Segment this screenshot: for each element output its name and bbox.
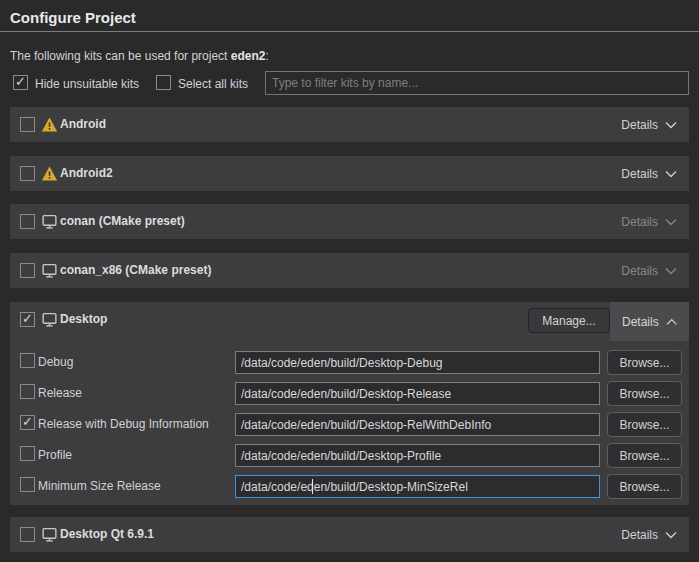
kit-row-conan-x86: conan_x86 (CMake preset) Details	[10, 253, 689, 288]
kit-name: Android	[60, 117, 106, 131]
kit-row-conan: conan (CMake preset) Details	[10, 204, 689, 239]
kit-section-desktop: Desktop Manage... Details Debug Browse..…	[10, 302, 689, 505]
details-label: Details	[621, 215, 658, 229]
select-all-checkbox[interactable]	[156, 75, 171, 90]
browse-button[interactable]: Browse...	[607, 443, 682, 468]
build-config-row-relwithdebinfo: Release with Debug Information Browse...	[10, 413, 689, 438]
build-dir-input[interactable]	[235, 413, 600, 436]
config-checkbox[interactable]	[20, 446, 35, 461]
browse-button[interactable]: Browse...	[607, 350, 682, 375]
details-label: Details	[621, 118, 658, 132]
warning-icon	[41, 165, 58, 182]
config-label: Profile	[38, 448, 72, 462]
details-toggle[interactable]: Details	[609, 517, 689, 552]
browse-button[interactable]: Browse...	[607, 381, 682, 406]
monitor-icon	[41, 262, 58, 279]
configure-project-page: Configure Project The following kits can…	[0, 0, 699, 562]
monitor-icon	[41, 311, 58, 328]
details-toggle: Details	[609, 253, 689, 288]
details-label: Details	[621, 528, 658, 542]
config-checkbox[interactable]	[20, 384, 35, 399]
subtitle-text: The following kits can be used for proje…	[10, 49, 231, 63]
details-label: Details	[621, 264, 658, 278]
kits-subtitle: The following kits can be used for proje…	[10, 49, 269, 63]
kit-row-desktop-qt: Desktop Qt 6.9.1 Details	[10, 517, 689, 552]
config-path-wrap	[235, 382, 600, 405]
hide-unsuitable-checkbox[interactable]	[13, 75, 28, 90]
kit-checkbox[interactable]	[20, 117, 35, 132]
build-config-row-release: Release Browse...	[10, 382, 689, 407]
kit-checkbox[interactable]	[20, 312, 35, 327]
browse-button[interactable]: Browse...	[607, 474, 682, 499]
kit-name: Desktop	[60, 312, 107, 326]
monitor-icon	[41, 213, 58, 230]
manage-kits-button[interactable]: Manage...	[528, 308, 610, 333]
kit-row-android: Android Details	[10, 107, 689, 142]
chevron-down-icon	[665, 121, 677, 129]
chevron-down-icon	[665, 531, 677, 539]
config-label: Release	[38, 386, 82, 400]
config-path-wrap	[235, 413, 600, 436]
kit-name: Desktop Qt 6.9.1	[60, 527, 154, 541]
config-checkbox[interactable]	[20, 477, 35, 492]
config-checkbox[interactable]	[20, 353, 35, 368]
details-label: Details	[622, 315, 659, 329]
config-path-wrap	[235, 444, 600, 467]
details-toggle[interactable]: Details	[610, 302, 689, 341]
project-name: eden2	[231, 49, 266, 63]
chevron-down-icon	[665, 218, 677, 226]
select-all-label[interactable]: Select all kits	[178, 77, 248, 91]
kit-checkbox[interactable]	[20, 166, 35, 181]
details-toggle[interactable]: Details	[609, 156, 689, 191]
config-label: Debug	[38, 355, 73, 369]
kit-checkbox[interactable]	[20, 263, 35, 278]
build-dir-input-focused[interactable]	[235, 475, 600, 498]
page-title: Configure Project	[10, 9, 136, 26]
details-toggle: Details	[609, 204, 689, 239]
config-label: Release with Debug Information	[38, 417, 209, 431]
config-path-wrap	[235, 351, 600, 374]
build-dir-input[interactable]	[235, 444, 600, 467]
config-checkbox[interactable]	[20, 415, 35, 430]
text-caret	[312, 479, 313, 494]
kit-row-android2: Android2 Details	[10, 156, 689, 191]
build-config-row-debug: Debug Browse...	[10, 351, 689, 376]
kit-name: conan_x86 (CMake preset)	[60, 263, 211, 277]
build-config-row-minsizerel: Minimum Size Release Browse...	[10, 475, 689, 500]
build-config-row-profile: Profile Browse...	[10, 444, 689, 469]
title-separator	[0, 31, 699, 32]
monitor-icon	[41, 526, 58, 543]
config-path-wrap	[235, 475, 600, 498]
warning-icon	[41, 116, 58, 133]
kit-filter-input[interactable]	[265, 71, 689, 95]
config-label: Minimum Size Release	[38, 479, 161, 493]
chevron-up-icon	[666, 318, 677, 326]
build-dir-input[interactable]	[235, 351, 600, 374]
subtitle-colon: :	[265, 49, 268, 63]
browse-button[interactable]: Browse...	[607, 412, 682, 437]
kit-checkbox[interactable]	[20, 214, 35, 229]
chevron-down-icon	[665, 267, 677, 275]
details-toggle[interactable]: Details	[609, 107, 689, 142]
kit-checkbox[interactable]	[20, 527, 35, 542]
details-label: Details	[621, 167, 658, 181]
chevron-down-icon	[665, 170, 677, 178]
hide-unsuitable-label[interactable]: Hide unsuitable kits	[35, 77, 139, 91]
build-dir-input[interactable]	[235, 382, 600, 405]
kit-name: Android2	[60, 166, 113, 180]
kit-name: conan (CMake preset)	[60, 214, 185, 228]
